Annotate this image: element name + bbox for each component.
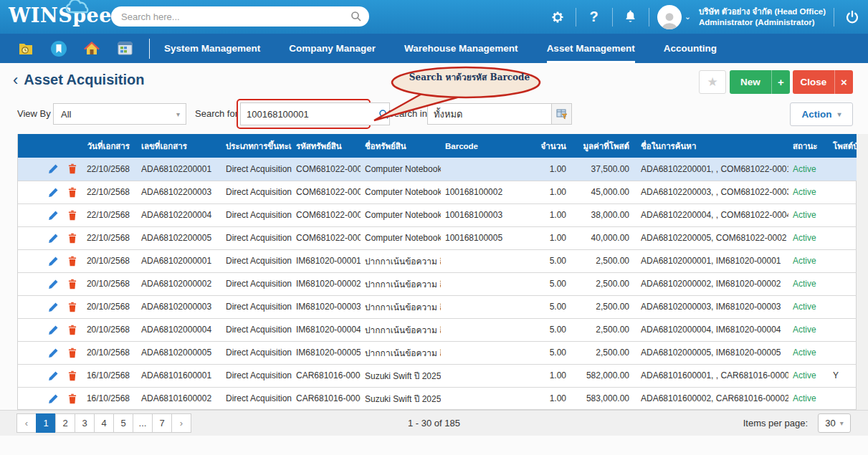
edit-icon[interactable] <box>48 210 59 221</box>
edit-button[interactable] <box>48 279 59 289</box>
delete-button[interactable] <box>67 163 77 174</box>
logout-button[interactable] <box>842 7 862 27</box>
edit-icon[interactable] <box>48 187 59 198</box>
close-icon[interactable]: × <box>834 70 853 94</box>
edit-icon[interactable] <box>48 325 59 335</box>
edit-button[interactable] <box>48 187 59 198</box>
items-per-page-select[interactable]: 30 ▾ <box>818 413 851 433</box>
help-button[interactable]: ? <box>584 7 604 27</box>
global-search-input[interactable] <box>121 11 350 22</box>
new-button[interactable]: New + <box>730 70 790 94</box>
user-menu[interactable]: ⌄ <box>657 5 691 29</box>
delete-button[interactable] <box>67 393 77 404</box>
page-ellipsis[interactable]: ... <box>133 413 153 433</box>
edit-button[interactable] <box>48 233 59 244</box>
menu-warehouse-management[interactable]: Warehouse Management <box>404 34 518 63</box>
search-in-input[interactable] <box>427 103 552 125</box>
menu-company-manager[interactable]: Company Manager <box>289 34 376 63</box>
column-filter-button[interactable] <box>552 103 572 125</box>
home-icon[interactable] <box>83 40 100 57</box>
page-button-7[interactable]: 7 <box>152 413 172 433</box>
delete-button[interactable] <box>67 233 77 244</box>
cell-doc-no: ADA68102200003 <box>137 181 221 203</box>
delete-button[interactable] <box>67 187 77 198</box>
delete-icon[interactable] <box>67 393 77 404</box>
delete-button[interactable] <box>67 279 77 289</box>
table-row[interactable]: 20/10/2568ADA68102000005Direct Acquisiti… <box>18 341 857 364</box>
table-row[interactable]: 20/10/2568ADA68102000004Direct Acquisiti… <box>18 318 857 341</box>
edit-icon[interactable] <box>48 393 59 404</box>
search-icon[interactable] <box>350 11 362 22</box>
delete-icon[interactable] <box>67 325 77 335</box>
table-row[interactable]: 20/10/2568ADA68102000002Direct Acquisiti… <box>18 272 857 295</box>
prev-page-button[interactable]: ‹ <box>16 413 37 433</box>
edit-icon[interactable] <box>48 302 59 312</box>
edit-icon[interactable] <box>48 348 59 358</box>
cell-search-name: ADA68102000004, IM681020-00004 <box>636 318 788 341</box>
edit-icon[interactable] <box>48 233 59 244</box>
delete-icon[interactable] <box>67 256 77 267</box>
page-button-2[interactable]: 2 <box>55 413 75 433</box>
delete-button[interactable] <box>67 210 77 221</box>
delete-icon[interactable] <box>67 187 77 198</box>
view-by-select[interactable]: All ▾ <box>53 103 186 125</box>
edit-icon[interactable] <box>48 279 59 289</box>
delete-icon[interactable] <box>67 163 77 174</box>
favorite-star-button[interactable]: ★ <box>699 70 726 94</box>
close-button[interactable]: Close × <box>793 70 853 94</box>
table-row[interactable]: 22/10/2568ADA68102200001Direct Acquisiti… <box>18 158 857 181</box>
cell-status: Active <box>788 318 829 341</box>
table-row[interactable]: 22/10/2568ADA68102200004Direct Acquisiti… <box>18 203 857 226</box>
delete-button[interactable] <box>67 302 77 312</box>
cell-barcode <box>441 295 529 318</box>
table-header-row: วันที่เอกสารเลขที่เอกสารประเภทการขึ้นทะเ… <box>18 134 857 158</box>
edit-icon[interactable] <box>48 370 59 381</box>
edit-icon[interactable] <box>48 256 59 267</box>
delete-icon[interactable] <box>67 348 77 358</box>
bookmark-icon[interactable] <box>50 40 67 57</box>
page-button-1[interactable]: 1 <box>36 413 56 433</box>
menu-asset-management[interactable]: Asset Management <box>547 34 635 63</box>
edit-button[interactable] <box>48 256 59 267</box>
edit-button[interactable] <box>48 370 59 381</box>
edit-button[interactable] <box>48 210 59 221</box>
table-row[interactable]: 16/10/2568ADA68101600001Direct Acquisiti… <box>18 364 857 387</box>
delete-button[interactable] <box>67 325 77 335</box>
edit-button[interactable] <box>48 325 59 335</box>
search-for-input[interactable] <box>240 102 378 125</box>
cell-qty: 1.00 <box>529 203 573 226</box>
delete-icon[interactable] <box>67 302 77 312</box>
delete-icon[interactable] <box>67 233 77 244</box>
edit-icon[interactable] <box>48 163 59 174</box>
page-button-3[interactable]: 3 <box>75 413 95 433</box>
edit-button[interactable] <box>48 163 59 174</box>
edit-button[interactable] <box>48 348 59 358</box>
back-chevron-icon[interactable]: ‹ <box>13 73 18 87</box>
table-row[interactable]: 16/10/2568ADA68101600002Direct Acquisiti… <box>18 387 857 410</box>
next-page-button[interactable]: › <box>171 413 191 433</box>
folder-clock-icon[interactable] <box>17 40 34 57</box>
delete-button[interactable] <box>67 370 77 381</box>
table-row[interactable]: 20/10/2568ADA68102000001Direct Acquisiti… <box>18 249 857 272</box>
page-button-4[interactable]: 4 <box>94 413 114 433</box>
cell-search-name: ADA68102000002, IM681020-00002 <box>636 272 788 295</box>
settings-gear-button[interactable] <box>548 7 568 27</box>
edit-button[interactable] <box>48 393 59 404</box>
delete-icon[interactable] <box>67 279 77 289</box>
delete-button[interactable] <box>67 256 77 267</box>
notifications-button[interactable] <box>621 7 641 27</box>
plus-icon[interactable]: + <box>771 70 790 94</box>
menu-accounting[interactable]: Accounting <box>664 34 717 63</box>
menu-system-management[interactable]: System Management <box>164 34 260 63</box>
table-row[interactable]: 22/10/2568ADA68102200005Direct Acquisiti… <box>18 226 857 249</box>
calendar-icon[interactable] <box>116 40 133 57</box>
table-row[interactable]: 22/10/2568ADA68102200003Direct Acquisiti… <box>18 181 857 203</box>
delete-button[interactable] <box>67 348 77 358</box>
column-header: ประเภทการขึ้นทะเบียน <box>221 134 292 158</box>
table-row[interactable]: 20/10/2568ADA68102000003Direct Acquisiti… <box>18 295 857 318</box>
page-button-5[interactable]: 5 <box>113 413 133 433</box>
delete-icon[interactable] <box>67 370 77 381</box>
edit-button[interactable] <box>48 302 59 312</box>
delete-icon[interactable] <box>67 210 77 221</box>
action-button[interactable]: Action ▾ <box>790 102 853 126</box>
